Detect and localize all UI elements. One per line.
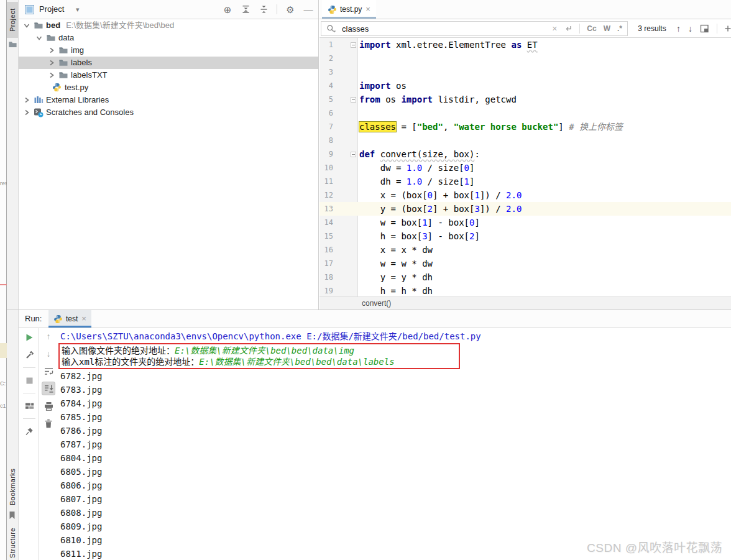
code-line-6: 6 (320, 106, 731, 120)
console-file-line: 6782.jpg (58, 369, 731, 383)
chevron-down-icon[interactable] (24, 22, 30, 29)
console-file-line: 6806.jpg (58, 479, 731, 492)
editor-tab-bar: test.py × (320, 0, 731, 19)
csdn-watermark: CSDN @风吹落叶花飘荡 (587, 538, 722, 555)
libraries-icon (34, 95, 44, 105)
stripe-tab-bookmarks[interactable]: Bookmarks (7, 465, 18, 508)
tree-row-scratches-and-consoles[interactable]: Scratches and Consoles (19, 106, 318, 119)
collapse-all-icon[interactable] (259, 4, 269, 14)
line-number: 16 (320, 243, 333, 257)
hide-panel-icon[interactable]: — (303, 4, 313, 14)
editor-area: test.py × classes × Cc W .* 3 results ↑ (320, 0, 731, 310)
code-text: import os (359, 79, 407, 93)
project-tool-window: Project ▾ ⊕ ⚙ — bedE:\数据集\新建文件夹\bed\bedd… (19, 0, 319, 310)
code-line-3: 3 (320, 65, 731, 79)
run-tab-test[interactable]: test × (48, 310, 91, 328)
line-number: 18 (320, 270, 333, 284)
chevron-right-icon[interactable] (48, 60, 55, 66)
stripe-tab-structure[interactable]: Structure (7, 526, 18, 560)
code-line-16: 16 x = x * dw (320, 243, 731, 257)
code-line-2: 2 (320, 52, 731, 65)
down-stack-trace-icon[interactable]: ↓ (42, 347, 55, 360)
print-icon[interactable] (42, 399, 55, 413)
code-text: w = w * dw (359, 257, 433, 270)
code-line-19: 19 h = h * dh (320, 284, 731, 296)
project-folder-icon[interactable] (8, 40, 17, 49)
stop-icon[interactable] (22, 374, 36, 387)
tree-row-external-libraries[interactable]: External Libraries (19, 94, 318, 106)
divider (277, 4, 277, 14)
tree-label: External Libraries (46, 94, 109, 106)
project-header: Project ▾ ⊕ ⚙ — (19, 0, 318, 19)
code-text: x = (box[0] + box[1]) / 2.0 (359, 188, 522, 202)
match-case-toggle[interactable]: Cc (587, 24, 596, 33)
clear-search-icon[interactable]: × (552, 25, 557, 32)
stripe-tab-project[interactable]: Project (7, 2, 18, 38)
whole-words-toggle[interactable]: W (604, 24, 610, 33)
project-title[interactable]: Project (39, 0, 64, 19)
code-line-15: 15 h = box[3] - box[2] (320, 229, 731, 243)
tree-row-labelstxt[interactable]: labelsTXT (19, 69, 318, 81)
up-stack-trace-icon[interactable]: ↑ (42, 329, 55, 343)
fold-marker-icon[interactable] (351, 42, 356, 48)
background-fragment: c1 (0, 403, 7, 409)
pin-tab-icon[interactable] (22, 425, 36, 438)
chevron-right-icon[interactable] (48, 72, 55, 78)
tree-label: Scratches and Consoles (46, 106, 134, 119)
line-number: 13 (320, 202, 333, 216)
soft-wrap-icon[interactable] (42, 364, 55, 378)
line-number: 7 (320, 120, 333, 134)
line-number: 2 (320, 52, 333, 65)
close-icon[interactable]: × (366, 6, 370, 13)
restore-layout-icon[interactable] (22, 399, 36, 413)
expand-all-icon[interactable] (241, 4, 251, 14)
scroll-to-end-icon[interactable] (42, 382, 55, 395)
close-icon[interactable]: × (81, 315, 86, 323)
edit-configuration-wrench-icon[interactable] (22, 348, 36, 362)
tree-row-img[interactable]: img (19, 44, 318, 57)
search-input[interactable]: classes × Cc W .* (321, 21, 628, 36)
next-occurrence-icon[interactable]: ↓ (688, 24, 692, 34)
run-console[interactable]: C:\Users\SZTU\anaconda3\envs\Opencv\pyth… (58, 329, 731, 560)
tree-row-test-py[interactable]: test.py (19, 81, 318, 94)
code-line-4: 4import os (320, 79, 731, 93)
new-line-icon[interactable] (564, 24, 572, 33)
code-editor[interactable]: 1import xml.etree.ElementTree as ET234im… (320, 38, 731, 296)
console-file-line: 6786.jpg (58, 424, 731, 438)
line-number: 15 (320, 229, 333, 243)
divider (579, 24, 580, 34)
chevron-down-icon[interactable]: ▾ (76, 0, 80, 19)
run-header: Run: test × (19, 310, 731, 328)
search-query[interactable]: classes (342, 24, 369, 34)
rerun-icon[interactable] (22, 331, 36, 344)
chevron-right-icon[interactable] (24, 97, 30, 103)
chevron-down-icon[interactable] (36, 35, 42, 41)
code-text: import xml.etree.ElementTree as ET (359, 38, 538, 52)
tree-row-bed[interactable]: bedE:\数据集\新建文件夹\bed\bed (19, 19, 318, 32)
stripe-project-label: Project (9, 8, 16, 32)
settings-gear-icon[interactable]: ⚙ (285, 4, 295, 14)
console-file-line: 6787.jpg (58, 438, 731, 451)
code-text: dw = 1.0 / size[0] (359, 161, 474, 175)
search-icon[interactable] (326, 24, 336, 34)
fold-marker-icon[interactable] (351, 152, 356, 157)
bookmark-icon[interactable] (8, 511, 17, 520)
locate-file-icon[interactable]: ⊕ (223, 4, 232, 14)
editor-tab-test-py[interactable]: test.py × (322, 0, 376, 19)
code-line-13: 13 y = (box[2] + box[3]) / 2.0 (320, 202, 731, 216)
chevron-right-icon[interactable] (24, 109, 30, 116)
add-occurrence-icon[interactable] (725, 24, 731, 33)
folder-icon (58, 58, 68, 68)
tree-label: img (71, 44, 84, 57)
clear-all-icon[interactable] (42, 416, 55, 430)
tree-row-data[interactable]: data (19, 32, 318, 44)
console-prompt-line: 输入图像文件夹的绝对地址：E:\数据集\新建文件夹\bed\bed\data\i… (62, 345, 459, 356)
tree-row-labels[interactable]: labels (19, 57, 318, 69)
fold-marker-icon[interactable] (351, 97, 356, 103)
find-bar: classes × Cc W .* 3 results ↑ ↓ (320, 19, 731, 38)
open-in-find-window-icon[interactable] (700, 24, 709, 33)
regex-toggle[interactable]: .* (617, 24, 622, 33)
chevron-right-icon[interactable] (48, 47, 55, 53)
code-line-14: 14 w = box[1] - box[0] (320, 216, 731, 229)
previous-occurrence-icon[interactable]: ↑ (676, 24, 681, 34)
